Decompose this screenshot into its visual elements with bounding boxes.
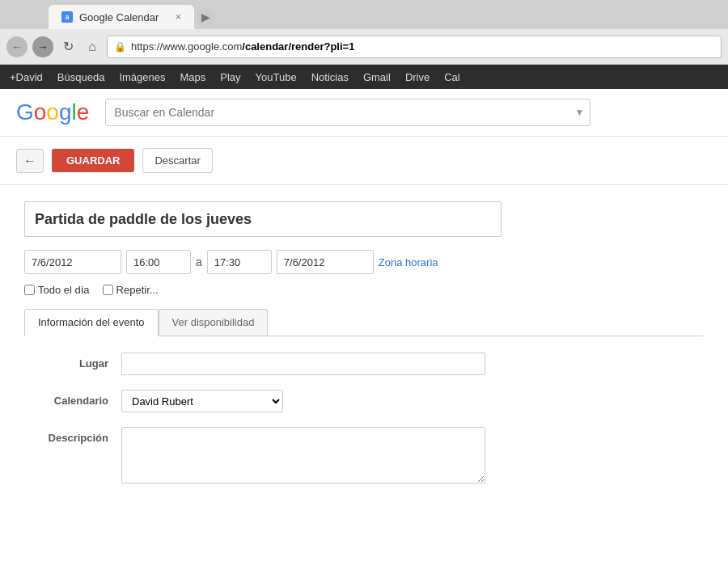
datetime-row: a Zona horaria [24,250,704,274]
tab-title: Google Calendar [79,11,159,23]
lugar-control [121,353,485,375]
new-tab-button[interactable]: ▶ [194,6,217,27]
todo-dia-label[interactable]: Todo el día [24,284,90,296]
event-title-input[interactable] [24,201,502,237]
nav-item-david[interactable]: +David [10,71,43,83]
repetir-label[interactable]: Repetir... [103,284,159,296]
calendario-label: Calendario [24,390,121,407]
tabs-row: Información del evento Ver disponibilida… [24,309,704,336]
nav-item-imagenes[interactable]: Imágenes [119,71,165,83]
repetir-checkbox[interactable] [103,285,113,295]
start-date-input[interactable] [24,250,121,274]
descartar-button[interactable]: Descartar [142,148,212,173]
google-navbar: +David Búsqueda Imágenes Maps Play YouTu… [0,65,728,89]
lugar-input[interactable] [121,353,485,375]
nav-item-youtube[interactable]: YouTube [256,71,297,83]
descripcion-control [121,427,485,487]
lugar-row: Lugar [24,353,704,375]
url-bar[interactable]: 🔒 https://www.google.com/calendar/render… [107,36,722,58]
nav-item-cal[interactable]: Cal [444,71,460,83]
lock-icon: 🔒 [114,41,126,53]
lugar-label: Lugar [24,353,121,370]
calendario-row: Calendario David Rubert Otros calendario… [24,390,704,412]
nav-item-noticias[interactable]: Noticias [311,71,349,83]
back-button[interactable]: ← [6,36,28,57]
nav-item-play[interactable]: Play [220,71,240,83]
nav-item-drive[interactable]: Drive [405,71,430,83]
toolbar-back-button[interactable]: ← [16,149,44,173]
end-time-input[interactable] [207,250,272,274]
start-time-input[interactable] [126,250,191,274]
url-text: https://www.google.com/calendar/render?p… [131,40,354,53]
tab-bar: a Google Calendar × ▶ [0,0,728,29]
guardar-button[interactable]: GUARDAR [52,149,134,172]
tab-close-button[interactable]: × [176,11,181,23]
todo-dia-checkbox[interactable] [24,285,35,295]
google-logo: Google [16,99,89,125]
page-content: Google ▼ ← GUARDAR Descartar a [0,89,728,566]
nav-item-gmail[interactable]: Gmail [363,71,391,83]
nav-item-busqueda[interactable]: Búsqueda [57,71,105,83]
descripcion-row: Descripción [24,427,704,487]
google-header: Google ▼ [0,89,728,137]
browser-window: a Google Calendar × ▶ ← → ↻ ⌂ 🔒 https://… [0,0,728,566]
address-bar: ← → ↻ ⌂ 🔒 https://www.google.com/calenda… [0,29,728,65]
forward-button[interactable]: → [32,36,53,57]
calendario-select-wrapper: David Rubert Otros calendarios [121,390,283,412]
refresh-button[interactable]: ↻ [58,37,78,57]
end-date-input[interactable] [277,250,374,274]
event-form: a Zona horaria Todo el día Repetir... In… [0,185,728,534]
calendar-search-input[interactable] [105,99,590,126]
descripcion-label: Descripción [24,427,121,444]
tab-info-evento[interactable]: Información del evento [24,309,159,336]
search-dropdown-icon: ▼ [574,107,584,118]
tab-ver-disponibilidad[interactable]: Ver disponibilidad [159,309,269,336]
form-fields: Lugar Calendario David Rubert Otros cale… [24,336,704,517]
tab-favicon: a [61,11,73,23]
time-separator: a [196,256,202,268]
zona-horaria-link[interactable]: Zona horaria [379,256,438,268]
nav-item-maps[interactable]: Maps [180,71,205,83]
calendario-control: David Rubert Otros calendarios [121,390,485,412]
descripcion-textarea[interactable] [121,427,485,484]
checkbox-row: Todo el día Repetir... [24,284,704,296]
home-button[interactable]: ⌂ [83,37,102,57]
search-container: ▼ [105,99,590,126]
calendario-select[interactable]: David Rubert Otros calendarios [121,390,283,412]
event-toolbar: ← GUARDAR Descartar [0,137,728,185]
active-tab[interactable]: a Google Calendar × [49,5,194,29]
